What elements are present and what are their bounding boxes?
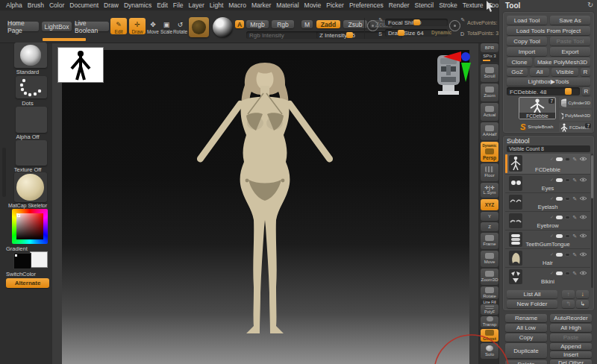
simplebrush-thumbnail[interactable]: S SimpleBrush <box>519 121 556 132</box>
z-symmetry-button[interactable]: Z <box>481 222 498 231</box>
eye-icon[interactable] <box>579 251 587 257</box>
eye-icon[interactable] <box>579 177 587 183</box>
zoom3d-button[interactable]: Zoom3D <box>481 269 498 285</box>
polypaint-toggle[interactable] <box>556 272 563 275</box>
load-tool-button[interactable]: Load Tool <box>507 16 547 25</box>
z-intensity-handle[interactable] <box>346 32 353 38</box>
move-view-button[interactable]: Move <box>481 251 498 267</box>
color-picker[interactable] <box>12 209 48 244</box>
menu-item-dynamics[interactable]: Dynamics <box>124 1 151 9</box>
subtool-row-teethgumtongue[interactable]: ✓✎ TeethGumTongue <box>505 230 590 249</box>
lightbox-button[interactable]: LightBox <box>42 22 72 31</box>
polypaint-toggle[interactable] <box>556 216 563 219</box>
all-button[interactable]: All <box>530 68 549 76</box>
menu-item-draw[interactable]: Draw <box>104 1 119 9</box>
eye-icon[interactable] <box>579 214 587 220</box>
goz-button[interactable]: GoZ <box>507 68 528 76</box>
material-auto-toggle[interactable]: A <box>235 20 244 28</box>
menu-item-stencil[interactable]: Stencil <box>415 1 434 9</box>
load-tools-from-project-button[interactable]: Load Tools From Project <box>507 26 590 35</box>
polypaint-toggle[interactable] <box>556 253 563 257</box>
menu-item-render[interactable]: Render <box>389 1 410 9</box>
menu-item-document[interactable]: Document <box>69 1 99 9</box>
m-button[interactable]: M <box>301 20 313 28</box>
list-all-button[interactable]: List All <box>507 290 557 298</box>
stroke-thumbnail[interactable] <box>16 76 47 98</box>
current-brush-button[interactable] <box>189 17 209 37</box>
canvas-area[interactable] <box>52 43 480 364</box>
polyf-button[interactable]: PolyF <box>481 304 498 315</box>
save-as-button[interactable]: Save As <box>550 16 590 25</box>
r-button-2[interactable]: R <box>582 87 590 95</box>
document-viewport[interactable] <box>62 50 469 364</box>
subtool-row-fcdebbie[interactable]: ✓✎ FCDebbie <box>505 154 590 175</box>
uv-toggle[interactable] <box>565 178 570 182</box>
rotate-button[interactable]: ↺ Rotate <box>174 19 187 34</box>
copy-tool-button[interactable]: Copy Tool <box>507 37 547 46</box>
local-symmetry-button[interactable]: ✛|✛L.Sym <box>481 183 498 198</box>
focal-shift-slider[interactable]: Focal Shift 0 <box>385 19 448 26</box>
actual-button[interactable]: Actual <box>481 103 498 121</box>
del-other-button[interactable]: Del Other <box>550 360 592 364</box>
polymesh3d-thumbnail[interactable]: PolyMesh3D <box>559 110 592 121</box>
rgb-button[interactable]: Rgb <box>272 20 294 28</box>
current-material-button[interactable] <box>213 17 233 37</box>
eye-icon[interactable] <box>579 156 587 162</box>
paste-subtool-button[interactable]: Paste <box>550 333 592 342</box>
tool-panel-title[interactable]: Tool <box>505 1 520 10</box>
menu-item-macro[interactable]: Macro <box>228 1 246 9</box>
uv-toggle[interactable] <box>565 157 570 161</box>
uv-toggle[interactable] <box>565 253 570 257</box>
move-to-top-button[interactable]: ↰ <box>562 300 575 308</box>
clone-button[interactable]: Clone <box>507 57 532 66</box>
cylinder3d-thumbnail[interactable]: Cylinder3D <box>559 97 592 108</box>
move-to-bottom-button[interactable]: ↳ <box>576 300 589 308</box>
frame-button[interactable]: Frame <box>481 233 498 249</box>
main-color-swatch[interactable] <box>13 253 31 269</box>
copy-subtool-button[interactable]: Copy <box>505 333 547 342</box>
subtool-title[interactable]: Subtool <box>507 137 530 145</box>
alternate-button[interactable]: Alternate <box>6 278 49 288</box>
menu-item-picker[interactable]: Picker <box>326 1 344 9</box>
eye-icon[interactable] <box>579 270 587 276</box>
export-button[interactable]: Export <box>550 47 590 56</box>
edit-button[interactable]: ✎ Edit <box>110 18 127 34</box>
spix-handle[interactable] <box>483 60 490 61</box>
all-low-button[interactable]: All Low <box>505 324 547 332</box>
tray-divider-handle[interactable] <box>2 148 6 197</box>
refresh-icon[interactable]: ↻ <box>587 1 593 9</box>
polypaint-toggle[interactable] <box>556 197 563 201</box>
spix-slider[interactable]: SPix 3 <box>481 54 498 62</box>
menu-item-layer[interactable]: Layer <box>189 1 204 9</box>
uv-toggle[interactable] <box>565 197 570 201</box>
scroll-button[interactable]: Scroll <box>481 64 498 82</box>
visible-count-slider[interactable]: Visible Count 8 <box>507 145 590 152</box>
menu-item-preferences[interactable]: Preferences <box>349 1 384 9</box>
switchcolor-label[interactable]: SwitchColor <box>3 271 52 277</box>
uv-toggle[interactable] <box>565 216 570 219</box>
active-tool-thumbnail[interactable]: 7 FCDebbie <box>519 97 556 119</box>
lightbox-tray-indicator[interactable] <box>43 38 86 41</box>
new-folder-button[interactable]: New Folder <box>507 300 557 308</box>
menu-item-brush[interactable]: Brush <box>28 1 44 9</box>
polypaint-toggle[interactable] <box>556 178 563 182</box>
axis-gizmo[interactable] <box>443 49 479 87</box>
dynamic-mode-label[interactable]: Dynamic <box>431 30 451 37</box>
move-up-button[interactable]: ↑ <box>562 290 575 298</box>
menu-item-edit[interactable]: Edit <box>157 1 168 9</box>
import-button[interactable]: Import <box>507 47 547 56</box>
uv-toggle[interactable] <box>565 234 570 238</box>
autoreorder-button[interactable]: AutoReorder <box>550 314 592 322</box>
zadd-button[interactable]: Zadd <box>316 20 340 28</box>
subtool-scrollbar[interactable] <box>591 154 593 288</box>
floor-button[interactable]: Floor <box>481 163 498 181</box>
paste-tool-button[interactable]: Paste Tool <box>550 37 590 46</box>
color-picker-square[interactable] <box>16 213 43 239</box>
all-high-button[interactable]: All High <box>550 324 592 332</box>
subtool-row-bikini[interactable]: ✓✎ Bikini <box>505 268 590 286</box>
focal-shift-handle[interactable] <box>413 19 420 25</box>
insert-button[interactable]: Insert <box>550 351 592 358</box>
aahalf-button[interactable]: AAHalf <box>481 122 498 140</box>
menu-item-marker[interactable]: Marker <box>251 1 271 9</box>
draw-size-handle[interactable] <box>398 30 404 36</box>
